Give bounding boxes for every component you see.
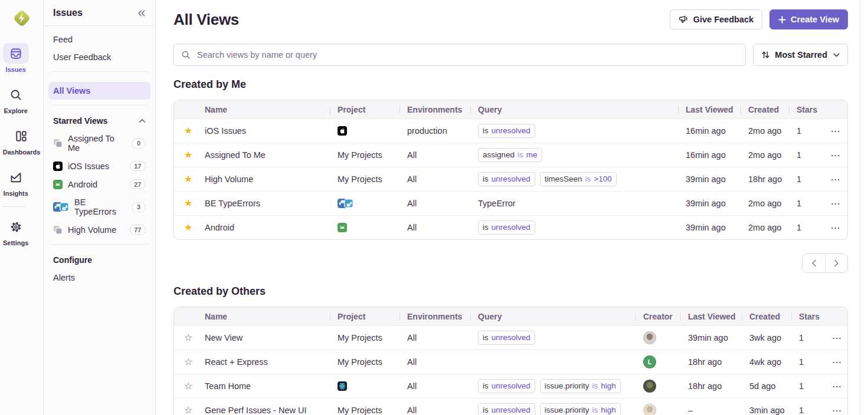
star-count: 1 (799, 333, 804, 342)
environments-label: All (407, 150, 417, 160)
creator-avatar (643, 380, 656, 393)
divider (51, 71, 148, 72)
table-row: ★High VolumeMy ProjectsAllisunresolvedti… (174, 167, 847, 191)
table-header-row: NameProjectEnvironmentsQueryCreatorLast … (174, 307, 847, 325)
sentry-logo[interactable] (11, 8, 32, 29)
star-outline-icon[interactable]: ☆ (174, 406, 192, 415)
query-token: >100 (594, 174, 611, 185)
sidebar-item-label: High Volume (68, 225, 116, 235)
last-viewed-value: 18hr ago (688, 357, 722, 367)
sidebar-starred-item[interactable]: BE TypeErrors3 (48, 193, 150, 220)
sidebar-header: Issues (44, 0, 155, 26)
sort-dropdown[interactable]: Most Starred (753, 44, 848, 66)
project-android (53, 180, 63, 189)
last-viewed-value: 39min ago (688, 333, 728, 342)
sidebar-starred-item[interactable]: Android27 (48, 175, 150, 193)
sidebar-starred-item[interactable]: Assigned To Me0 (48, 130, 150, 157)
nav-rail-label: Settings (3, 239, 28, 246)
column-header-creator: Creator (636, 312, 680, 321)
next-page-button[interactable] (825, 254, 847, 272)
explore-icon (9, 88, 22, 101)
column-header-environments: Environments (399, 312, 470, 321)
sidebar-item-alerts[interactable]: Alerts (48, 269, 150, 286)
nav-rail-item-explore[interactable]: Explore (3, 84, 29, 114)
created-value: 2mo ago (748, 150, 781, 160)
query-token: is (483, 126, 489, 136)
project-apple (53, 162, 63, 171)
table-row: ★AndroidAllisunresolved39min ago2mo ago1… (174, 215, 847, 239)
create-view-label: Create View (791, 15, 839, 24)
view-name-link[interactable]: Assigned To Me (205, 150, 266, 160)
search-icon (181, 50, 191, 60)
star-outline-icon[interactable]: ☆ (174, 333, 192, 342)
project-icon-cluster (338, 381, 394, 391)
sidebar-item-feed[interactable]: Feed (48, 31, 150, 48)
column-header-created: Created (741, 105, 789, 114)
nav-rail-item-settings[interactable]: Settings (3, 216, 29, 246)
star-outline-icon[interactable]: ☆ (174, 381, 192, 391)
star-filled-icon[interactable]: ★ (174, 199, 192, 208)
sidebar-starred-item[interactable]: iOS Issues17 (48, 157, 150, 175)
query-token: is (483, 223, 489, 233)
column-header-stars: Stars (791, 312, 824, 321)
environments-label: All (407, 174, 417, 184)
star-filled-icon[interactable]: ★ (174, 174, 192, 184)
create-view-button[interactable]: Create View (769, 9, 848, 29)
row-actions-menu-button[interactable]: ⋯ (830, 222, 841, 233)
creator-avatar: L (643, 355, 656, 368)
star-filled-icon[interactable]: ★ (174, 223, 192, 232)
configure-label: Configure (53, 255, 92, 265)
sidebar-starred-item[interactable]: High Volume77 (48, 220, 150, 239)
issues-icon (9, 47, 22, 60)
view-name-link[interactable]: React + Express (205, 357, 268, 367)
view-name-link[interactable]: iOS Issues (205, 126, 246, 136)
scrollbar-gutter[interactable] (860, 0, 868, 415)
view-name-link[interactable]: New View (205, 333, 243, 342)
nav-rail-item-dashboards[interactable]: Dashboards (3, 126, 41, 156)
starred-views-header[interactable]: Starred Views (44, 111, 155, 130)
column-header-query: Query (470, 105, 678, 114)
star-outline-icon[interactable]: ☆ (174, 357, 192, 367)
view-name-link[interactable]: Android (205, 223, 234, 232)
created-value: 18hr ago (748, 174, 782, 184)
environments-label: All (407, 333, 417, 342)
star-filled-icon[interactable]: ★ (174, 150, 192, 160)
row-actions-menu-button[interactable]: ⋯ (830, 126, 841, 137)
row-actions-menu-button[interactable]: ⋯ (832, 405, 841, 415)
view-name-link[interactable]: High Volume (205, 174, 253, 184)
chevron-up-icon[interactable] (139, 118, 146, 123)
view-name-link[interactable]: BE TypeErrors (205, 199, 260, 208)
query-token: is (483, 333, 489, 343)
table-header-row: NameProjectEnvironmentsQueryLast ViewedC… (174, 100, 847, 118)
query-chip: isunresolved (478, 331, 535, 345)
query-token: is (592, 381, 598, 391)
last-viewed-value: – (688, 406, 693, 415)
nav-rail-item-insights[interactable]: Insights (3, 167, 29, 197)
search-input[interactable] (196, 50, 738, 60)
sidebar-item-all-views[interactable]: All Views (48, 82, 150, 100)
view-name-link[interactable]: Team Home (205, 381, 251, 391)
row-actions-menu-button[interactable]: ⋯ (830, 150, 841, 161)
collapse-sidebar-icon[interactable] (137, 9, 146, 17)
sidebar-item-label: Assigned To Me (68, 134, 126, 153)
column-header-stars: Stars (789, 105, 822, 114)
nav-rail-label: Issues (6, 66, 26, 73)
table-row: ☆Team HomeAllisunresolvedissue.priorityi… (174, 374, 847, 398)
star-filled-icon[interactable]: ★ (174, 126, 192, 136)
row-actions-menu-button[interactable]: ⋯ (830, 198, 841, 209)
query-token: high (601, 381, 616, 391)
row-actions-menu-button[interactable]: ⋯ (832, 332, 841, 344)
row-actions-menu-button[interactable]: ⋯ (830, 174, 841, 185)
give-feedback-button[interactable]: Give Feedback (670, 9, 762, 29)
section-title: Created by Others (173, 285, 848, 298)
nav-rail-item-issues[interactable]: Issues (3, 43, 29, 73)
sidebar-item-user-feedback[interactable]: User Feedback (48, 48, 150, 66)
project-icon-cluster (338, 199, 394, 208)
row-actions-menu-button[interactable]: ⋯ (832, 357, 841, 368)
issues-sidebar: Issues FeedUser Feedback All Views Starr… (44, 0, 156, 415)
sidebar-item-label: iOS Issues (68, 162, 109, 171)
view-name-link[interactable]: Gene Perf Issues - New UI (205, 406, 306, 415)
previous-page-button[interactable] (803, 254, 825, 272)
row-actions-menu-button[interactable]: ⋯ (832, 381, 841, 392)
sidebar-item-label: Alerts (53, 273, 75, 282)
